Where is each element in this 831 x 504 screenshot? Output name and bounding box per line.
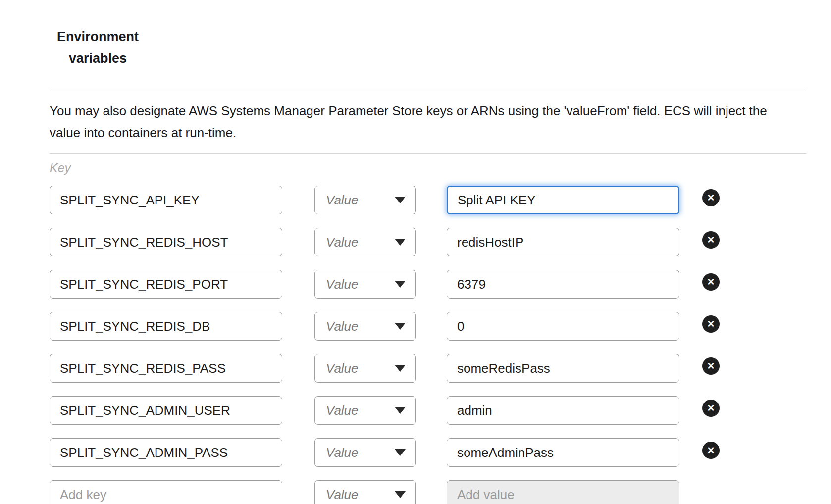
chevron-down-icon <box>395 323 406 330</box>
key-input[interactable] <box>50 396 282 425</box>
chevron-down-icon <box>395 281 406 288</box>
key-input[interactable] <box>50 228 282 256</box>
value-type-select[interactable]: Value <box>314 354 416 383</box>
key-input[interactable] <box>50 312 282 341</box>
chevron-down-icon <box>395 449 406 456</box>
close-icon: ✕ <box>707 319 715 329</box>
close-icon: ✕ <box>707 235 715 245</box>
value-input[interactable] <box>447 312 679 341</box>
environment-variables-section: Environment variables You may also desig… <box>0 0 831 504</box>
close-icon: ✕ <box>707 361 715 371</box>
value-type-select[interactable]: Value <box>314 270 416 299</box>
remove-row-button[interactable]: ✕ <box>702 357 720 375</box>
section-title: Environment variables <box>50 26 146 69</box>
value-type-select[interactable]: Value <box>314 480 416 504</box>
env-var-row: Value ✕ <box>50 311 831 341</box>
value-type-label: Value <box>326 235 359 250</box>
key-input[interactable] <box>50 270 282 299</box>
chevron-down-icon <box>395 407 406 414</box>
close-icon: ✕ <box>707 193 715 202</box>
close-icon: ✕ <box>707 446 715 455</box>
key-input[interactable] <box>50 354 282 383</box>
divider-bottom <box>50 153 806 154</box>
value-input[interactable] <box>447 354 679 383</box>
value-type-label: Value <box>326 403 359 418</box>
value-type-select[interactable]: Value <box>314 312 416 341</box>
add-row: Value <box>50 480 831 504</box>
value-type-label: Value <box>326 193 359 208</box>
key-input[interactable] <box>50 438 282 467</box>
key-input[interactable] <box>50 186 282 214</box>
value-type-label: Value <box>326 361 359 376</box>
chevron-down-icon <box>395 365 406 372</box>
env-var-row: Value ✕ <box>50 396 831 425</box>
env-var-row: Value ✕ <box>50 185 831 215</box>
close-icon: ✕ <box>707 277 715 287</box>
value-input[interactable] <box>447 270 679 299</box>
remove-row-button[interactable]: ✕ <box>702 189 720 206</box>
value-type-select[interactable]: Value <box>314 396 416 425</box>
chevron-down-icon <box>395 197 406 203</box>
value-type-select[interactable]: Value <box>314 438 416 467</box>
add-value-input[interactable] <box>447 480 679 504</box>
value-type-label: Value <box>326 445 359 460</box>
remove-row-button[interactable]: ✕ <box>702 400 720 417</box>
value-type-select[interactable]: Value <box>314 186 416 214</box>
env-var-row: Value ✕ <box>50 227 831 257</box>
value-type-label: Value <box>326 487 359 503</box>
divider-top <box>50 91 806 91</box>
chevron-down-icon <box>395 491 406 498</box>
remove-row-button[interactable]: ✕ <box>702 273 720 291</box>
remove-row-button[interactable]: ✕ <box>702 315 720 333</box>
key-column-label: Key <box>50 161 831 175</box>
rows-container: Value ✕ Value ✕ Value ✕ Value <box>50 185 831 504</box>
close-icon: ✕ <box>707 403 715 413</box>
env-var-row: Value ✕ <box>50 353 831 383</box>
value-type-label: Value <box>326 277 359 292</box>
chevron-down-icon <box>395 239 406 246</box>
env-var-row: Value ✕ <box>50 269 831 299</box>
value-input[interactable] <box>447 186 679 214</box>
remove-row-button[interactable]: ✕ <box>702 442 720 459</box>
value-type-select[interactable]: Value <box>314 228 416 256</box>
value-type-label: Value <box>326 319 359 334</box>
add-key-input[interactable] <box>50 480 282 504</box>
env-var-row: Value ✕ <box>50 438 831 467</box>
value-input[interactable] <box>447 228 679 256</box>
section-description: You may also designate AWS Systems Manag… <box>50 100 801 144</box>
value-input[interactable] <box>447 438 679 467</box>
remove-row-button[interactable]: ✕ <box>702 231 720 249</box>
value-input[interactable] <box>447 396 679 425</box>
